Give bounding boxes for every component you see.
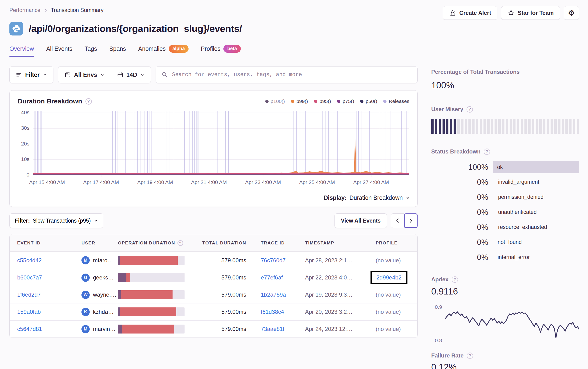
transaction-filter-value: Slow Transactions (p95) (33, 218, 91, 224)
trace-id-cell: 76c760d7 (246, 257, 305, 264)
status-row-resource_exhausted: 0%resource_exhausted (431, 221, 579, 233)
user-misery-bar (435, 119, 437, 134)
chevron-down-icon (43, 73, 47, 77)
column-header-total-duration: TOTAL DURATION (193, 240, 246, 246)
date-range-selector[interactable]: 14D (111, 67, 151, 83)
search-input[interactable] (172, 71, 412, 78)
help-icon[interactable]: ? (467, 353, 473, 359)
gear-icon: ⚙ (568, 9, 575, 17)
profile-no-value: (no value) (376, 326, 401, 332)
star-for-team-button[interactable]: Star for Team (501, 6, 560, 20)
legend-dot-icon (265, 100, 269, 103)
profile-link[interactable]: 2d99e4b2 (376, 274, 402, 281)
avatar: K (82, 308, 90, 316)
event-id-link[interactable]: 1f6ed2d7 (17, 291, 41, 298)
legend-dot-icon (291, 100, 294, 103)
display-selector[interactable]: Display: Duration Breakdown (10, 189, 417, 207)
tab-overview[interactable]: Overview (10, 45, 34, 57)
tab-profiles[interactable]: Profiles beta (201, 45, 241, 57)
user-misery-bar (536, 119, 538, 134)
apdex-axis-labels: 0.9 0.8 (431, 301, 445, 349)
tab-all-events[interactable]: All Events (46, 45, 72, 57)
profile-no-value: (no value) (376, 309, 401, 315)
event-id-link[interactable]: 159a0fab (17, 309, 41, 315)
x-axis-tick-label: Apr 27 4:00 AM (353, 179, 389, 185)
status-percentage: 0% (431, 193, 493, 202)
total-transactions-value: 100% (431, 80, 579, 90)
y-axis-tick-label: 30s (21, 125, 29, 131)
help-icon[interactable]: ? (85, 98, 92, 105)
legend-label: p50() (366, 99, 377, 104)
tab-profiles-label: Profiles (201, 45, 220, 52)
legend-label: Releases (389, 99, 409, 104)
x-axis-tick-label: Apr 21 4:00 AM (191, 179, 227, 185)
legend-item-Releases[interactable]: Releases (383, 99, 409, 104)
view-all-events-label: View All Events (341, 218, 381, 224)
tab-anomalies[interactable]: Anomalies alpha (138, 45, 189, 57)
legend-item-p50[interactable]: p50() (360, 99, 377, 104)
python-platform-icon (10, 22, 23, 36)
legend-item-p95[interactable]: p95() (314, 99, 331, 104)
transaction-filter-dropdown[interactable]: Filter: Slow Transactions (p95) (10, 213, 103, 228)
user-misery-bar (468, 119, 471, 134)
legend-item-p75[interactable]: p75() (337, 99, 354, 104)
alpha-badge: alpha (169, 45, 189, 53)
help-icon[interactable]: ? (452, 276, 458, 283)
op-duration-purple-segment (118, 308, 120, 316)
filter-button[interactable]: Filter (10, 66, 53, 83)
user-cell: Mmfaro… (82, 256, 118, 264)
legend-item-p100[interactable]: p100() (265, 99, 285, 104)
trace-id-link[interactable]: e77ef6af (261, 274, 283, 281)
status-row-unauthenticated: 0%unauthenticated (431, 206, 579, 218)
env-date-group: All Envs 14D (58, 66, 151, 83)
status-label: ok (497, 164, 503, 170)
help-icon[interactable]: ? (178, 240, 183, 246)
environment-selector[interactable]: All Envs (58, 67, 111, 83)
summary-sidebar: Percentage of Total Transactions 100% Us… (431, 66, 579, 369)
event-id-link[interactable]: c5647d81 (17, 326, 42, 332)
events-table: EVENT ID USER OPERATION DURATION ? TOTAL… (10, 234, 418, 338)
trace-id-link[interactable]: 1b2a759a (261, 291, 286, 298)
user-misery-bar (431, 119, 434, 134)
previous-page-button[interactable] (391, 213, 404, 228)
help-icon[interactable]: ? (484, 149, 490, 155)
legend-item-p99[interactable]: p99() (291, 99, 308, 104)
user-misery-bar (558, 119, 560, 134)
legend-label: p100() (271, 99, 285, 104)
breadcrumb-performance[interactable]: Performance (10, 7, 41, 13)
event-id-link[interactable]: c55c4d42 (17, 257, 42, 263)
create-alert-button[interactable]: Create Alert (443, 6, 497, 20)
operation-duration-cell (118, 325, 193, 333)
y-axis-tick-label: 0 (27, 172, 29, 178)
duration-chart-svg (33, 111, 409, 177)
settings-button[interactable]: ⚙ (564, 6, 579, 20)
apdex-sparkline: 0.9 0.8 (431, 301, 579, 349)
column-header-user: USER (82, 240, 118, 246)
user-misery-bar (562, 119, 564, 134)
status-percentage: 0% (431, 238, 493, 247)
tab-spans[interactable]: Spans (109, 45, 126, 57)
next-page-button[interactable] (404, 213, 418, 228)
trace-id-link[interactable]: f61d38c4 (261, 309, 284, 315)
trace-id-link[interactable]: 73aae81f (261, 326, 284, 332)
view-all-events-button[interactable]: View All Events (335, 213, 387, 228)
chart-legend: p100()p99()p95()p75()p50()Releases (265, 99, 409, 104)
tab-tags[interactable]: Tags (84, 45, 97, 57)
profile-cell: 2d99e4b2 (376, 274, 410, 281)
pagination (391, 213, 418, 228)
status-label: resource_exhausted (493, 221, 579, 233)
apdex-sparkline-svg (445, 301, 579, 349)
status-breakdown-rows: 100%ok0%invalid_argument0%permission_den… (431, 161, 579, 263)
user-misery-bar (525, 119, 527, 134)
user-misery-bar (521, 119, 523, 134)
trace-id-link[interactable]: 76c760d7 (261, 257, 285, 263)
status-percentage: 0% (431, 208, 493, 217)
table-row: c55c4d42Mmfaro…579.00ms76c760d7Apr 28, 2… (10, 252, 417, 269)
help-icon[interactable]: ? (467, 106, 473, 113)
calendar-icon (117, 72, 123, 78)
total-duration-cell: 579.00ms (193, 257, 246, 264)
status-label: invalid_argument (493, 176, 579, 188)
event-id-link[interactable]: b600c7a7 (17, 274, 42, 281)
environment-selector-label: All Envs (74, 71, 97, 78)
user-misery-bar (532, 119, 534, 134)
